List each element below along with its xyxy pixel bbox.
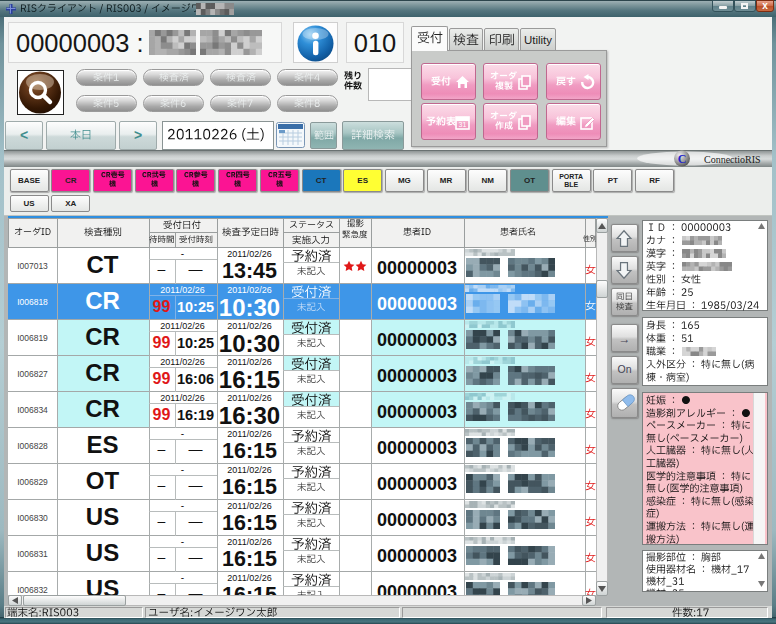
svg-text:C: C: [678, 152, 687, 166]
svg-text:31: 31: [459, 121, 467, 128]
